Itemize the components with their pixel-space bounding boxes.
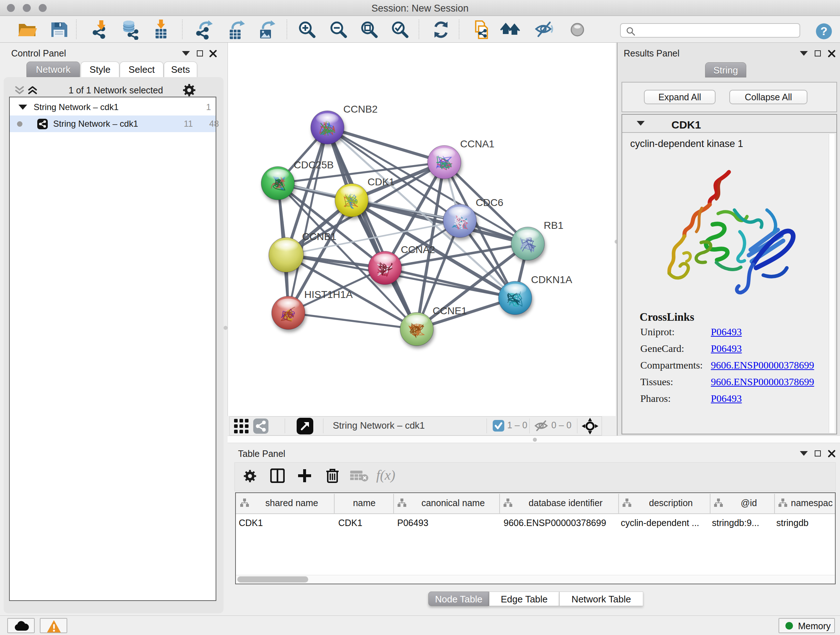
table-tab-edge-table[interactable]: Edge Table xyxy=(489,592,559,606)
control-panel-maximize-icon[interactable] xyxy=(197,50,203,57)
network-collection-row[interactable]: String Network – cdk1 1 xyxy=(10,99,216,116)
save-session-icon[interactable] xyxy=(49,19,70,41)
zoom-out-icon[interactable] xyxy=(328,19,349,41)
control-tab-sets[interactable]: Sets xyxy=(164,62,197,77)
crosslink-value-2[interactable]: 9606.ENSP00000378699 xyxy=(711,359,814,371)
cloud-button[interactable] xyxy=(7,618,35,633)
placeholder-sphere-icon[interactable] xyxy=(567,19,588,41)
crosslink-value-4[interactable]: P06493 xyxy=(711,393,742,404)
table-tab-network-table[interactable]: Network Table xyxy=(559,592,643,606)
new-image-icon[interactable] xyxy=(257,19,278,41)
network-edge-HIST1H1A-CCNE1[interactable] xyxy=(288,313,417,329)
help-button[interactable]: ? xyxy=(815,23,832,40)
table-hscrollbar-track[interactable] xyxy=(236,575,835,584)
column-divider[interactable] xyxy=(710,494,711,513)
table-tab-node-table[interactable]: Node Table xyxy=(428,592,489,606)
splitter-handle-dot[interactable] xyxy=(533,438,537,442)
results-tab-string[interactable]: String xyxy=(705,62,746,78)
network-share-toggle-icon[interactable] xyxy=(253,418,268,434)
import-network-icon[interactable] xyxy=(90,19,111,41)
control-tab-network[interactable]: Network xyxy=(27,62,80,77)
zoom-fit-icon[interactable] xyxy=(359,19,380,41)
results-scrollbar-track[interactable] xyxy=(829,134,835,433)
table-cell-0[interactable]: CDK1 xyxy=(239,518,263,528)
open-in-new-window-icon[interactable] xyxy=(297,418,313,434)
table-cell-6[interactable]: stringdb xyxy=(776,518,808,528)
collapse-all-button[interactable]: Collapse All xyxy=(729,90,807,104)
table-panel-maximize-icon[interactable] xyxy=(815,450,821,456)
table-settings-gear-icon[interactable] xyxy=(243,470,256,483)
results-panel-float-icon[interactable] xyxy=(800,51,808,56)
expand-all-button[interactable]: Expand All xyxy=(644,90,715,104)
zoom-selected-icon[interactable] xyxy=(390,19,411,41)
network-node-CDKN1A[interactable] xyxy=(499,281,532,315)
open-session-icon[interactable] xyxy=(17,19,38,41)
network-node-CCNA2[interactable] xyxy=(368,251,401,285)
import-database-icon[interactable] xyxy=(119,19,141,41)
table-cell-2[interactable]: P06493 xyxy=(397,518,428,528)
control-tab-select[interactable]: Select xyxy=(120,62,164,77)
new-table-icon[interactable] xyxy=(227,19,248,41)
left-splitter-dot[interactable] xyxy=(224,326,227,330)
table-panel-float-icon[interactable] xyxy=(800,451,808,456)
new-network-icon[interactable] xyxy=(195,19,216,41)
network-node-RB1[interactable] xyxy=(511,227,545,260)
column-header-database-identifier[interactable]: database identifier xyxy=(515,498,616,508)
table-cell-1[interactable]: CDK1 xyxy=(338,518,363,528)
network-node-CCNB1[interactable] xyxy=(269,238,303,272)
crosslink-value-3[interactable]: 9606.ENSP00000378699 xyxy=(711,376,814,388)
birdseye-grid-icon[interactable] xyxy=(234,418,249,434)
zoom-in-icon[interactable] xyxy=(297,19,317,41)
show-columns-icon[interactable] xyxy=(270,469,285,483)
column-header--id[interactable]: @id xyxy=(726,498,772,508)
collapse-all-chevron-icon[interactable] xyxy=(14,86,25,95)
network-edge-CCNB2-HIST1H1A[interactable] xyxy=(288,127,327,313)
fit-selected-crosshair-icon[interactable] xyxy=(582,418,598,434)
column-divider[interactable] xyxy=(618,494,619,513)
table-panel-close-icon[interactable] xyxy=(828,450,836,458)
results-panel-close-icon[interactable] xyxy=(828,50,836,57)
delete-trash-icon[interactable] xyxy=(325,468,339,484)
network-node-CCNA1[interactable] xyxy=(428,146,461,179)
control-panel-close-icon[interactable] xyxy=(209,50,217,57)
network-edge-CCNB2-CCNA1[interactable] xyxy=(327,127,444,162)
hide-unhide-icon[interactable] xyxy=(534,19,555,41)
results-panel-maximize-icon[interactable] xyxy=(815,50,821,57)
search-input[interactable] xyxy=(620,23,800,38)
control-tab-style[interactable]: Style xyxy=(81,62,119,77)
column-divider[interactable] xyxy=(334,494,335,513)
selected-nodes-checkbox-icon[interactable] xyxy=(493,420,504,432)
network-node-HIST1H1A[interactable] xyxy=(272,296,305,329)
network-node-CCNB2[interactable] xyxy=(311,111,344,144)
crosslink-value-0[interactable]: P06493 xyxy=(711,326,742,338)
protein-section-caret-icon[interactable] xyxy=(637,121,645,126)
network-node-CDC25B[interactable] xyxy=(261,166,294,200)
refresh-icon[interactable] xyxy=(431,19,452,41)
control-panel-float-icon[interactable] xyxy=(182,51,190,56)
clone-network-icon[interactable] xyxy=(471,19,492,41)
column-header-name[interactable]: name xyxy=(338,498,391,508)
protein-section-header[interactable] xyxy=(622,115,836,133)
network-row-selected[interactable]: String Network – cdk1 11 48 xyxy=(10,116,216,132)
column-divider[interactable] xyxy=(393,494,394,513)
network-node-CCNE1[interactable] xyxy=(400,312,433,346)
network-node-CDC6[interactable] xyxy=(443,204,477,238)
table-cell-5[interactable]: stringdb:9... xyxy=(712,518,759,528)
memory-button[interactable]: Memory xyxy=(778,618,835,633)
column-header-canonical-name[interactable]: canonical name xyxy=(409,498,497,508)
column-header-shared-name[interactable]: shared name xyxy=(252,498,332,508)
table-cell-4[interactable]: cyclin-dependent ... xyxy=(621,518,699,528)
import-table-icon[interactable] xyxy=(150,19,172,41)
column-divider[interactable] xyxy=(499,494,500,513)
column-header-description[interactable]: description xyxy=(634,498,707,508)
table-cell-3[interactable]: 9606.ENSP00000378699 xyxy=(504,518,606,528)
tree-expand-caret-icon[interactable] xyxy=(19,105,27,110)
crosslink-value-1[interactable]: P06493 xyxy=(711,343,742,355)
network-options-gear-icon[interactable] xyxy=(183,84,196,97)
network-node-CDK1[interactable] xyxy=(335,184,368,217)
warning-button[interactable] xyxy=(40,618,67,633)
home-layout-icon[interactable] xyxy=(500,19,521,41)
column-divider[interactable] xyxy=(774,494,775,513)
column-header-namespac[interactable]: namespac xyxy=(790,498,834,508)
add-column-plus-icon[interactable] xyxy=(297,469,312,483)
